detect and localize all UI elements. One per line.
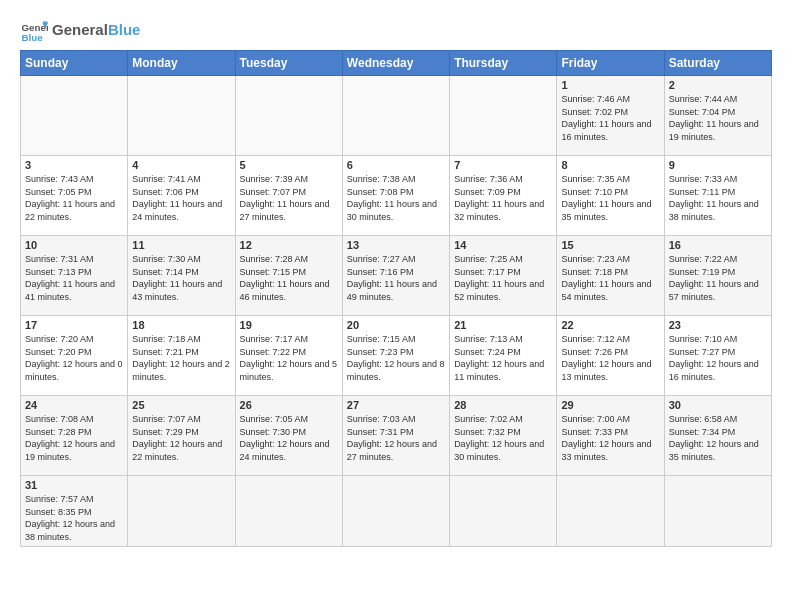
- calendar-cell: [235, 476, 342, 547]
- day-info: Sunrise: 7:31 AM Sunset: 7:13 PM Dayligh…: [25, 253, 123, 303]
- calendar-cell: 16Sunrise: 7:22 AM Sunset: 7:19 PM Dayli…: [664, 236, 771, 316]
- day-info: Sunrise: 7:28 AM Sunset: 7:15 PM Dayligh…: [240, 253, 338, 303]
- calendar-cell: [450, 76, 557, 156]
- day-number: 29: [561, 399, 659, 411]
- calendar-cell: 27Sunrise: 7:03 AM Sunset: 7:31 PM Dayli…: [342, 396, 449, 476]
- day-info: Sunrise: 7:44 AM Sunset: 7:04 PM Dayligh…: [669, 93, 767, 143]
- day-info: Sunrise: 7:25 AM Sunset: 7:17 PM Dayligh…: [454, 253, 552, 303]
- day-info: Sunrise: 7:39 AM Sunset: 7:07 PM Dayligh…: [240, 173, 338, 223]
- svg-text:Blue: Blue: [21, 32, 43, 43]
- day-number: 13: [347, 239, 445, 251]
- day-info: Sunrise: 7:15 AM Sunset: 7:23 PM Dayligh…: [347, 333, 445, 383]
- day-info: Sunrise: 7:17 AM Sunset: 7:22 PM Dayligh…: [240, 333, 338, 383]
- calendar-cell: 4Sunrise: 7:41 AM Sunset: 7:06 PM Daylig…: [128, 156, 235, 236]
- calendar-cell: 8Sunrise: 7:35 AM Sunset: 7:10 PM Daylig…: [557, 156, 664, 236]
- day-number: 3: [25, 159, 123, 171]
- day-number: 4: [132, 159, 230, 171]
- day-info: Sunrise: 7:33 AM Sunset: 7:11 PM Dayligh…: [669, 173, 767, 223]
- calendar-cell: [128, 476, 235, 547]
- day-number: 26: [240, 399, 338, 411]
- week-row-3: 10Sunrise: 7:31 AM Sunset: 7:13 PM Dayli…: [21, 236, 772, 316]
- day-info: Sunrise: 6:58 AM Sunset: 7:34 PM Dayligh…: [669, 413, 767, 463]
- calendar-cell: 14Sunrise: 7:25 AM Sunset: 7:17 PM Dayli…: [450, 236, 557, 316]
- calendar-cell: [450, 476, 557, 547]
- day-number: 1: [561, 79, 659, 91]
- day-number: 23: [669, 319, 767, 331]
- day-number: 27: [347, 399, 445, 411]
- calendar-cell: 11Sunrise: 7:30 AM Sunset: 7:14 PM Dayli…: [128, 236, 235, 316]
- logo: General Blue GeneralBlue: [20, 16, 140, 44]
- day-number: 16: [669, 239, 767, 251]
- day-number: 6: [347, 159, 445, 171]
- calendar-cell: 15Sunrise: 7:23 AM Sunset: 7:18 PM Dayli…: [557, 236, 664, 316]
- day-number: 18: [132, 319, 230, 331]
- header-row: SundayMondayTuesdayWednesdayThursdayFrid…: [21, 51, 772, 76]
- day-info: Sunrise: 7:12 AM Sunset: 7:26 PM Dayligh…: [561, 333, 659, 383]
- day-info: Sunrise: 7:22 AM Sunset: 7:19 PM Dayligh…: [669, 253, 767, 303]
- calendar-cell: [235, 76, 342, 156]
- calendar-cell: [21, 76, 128, 156]
- day-number: 10: [25, 239, 123, 251]
- day-info: Sunrise: 7:38 AM Sunset: 7:08 PM Dayligh…: [347, 173, 445, 223]
- calendar-cell: 5Sunrise: 7:39 AM Sunset: 7:07 PM Daylig…: [235, 156, 342, 236]
- day-number: 19: [240, 319, 338, 331]
- day-info: Sunrise: 7:18 AM Sunset: 7:21 PM Dayligh…: [132, 333, 230, 383]
- calendar-cell: 19Sunrise: 7:17 AM Sunset: 7:22 PM Dayli…: [235, 316, 342, 396]
- header-cell-wednesday: Wednesday: [342, 51, 449, 76]
- day-info: Sunrise: 7:02 AM Sunset: 7:32 PM Dayligh…: [454, 413, 552, 463]
- day-number: 30: [669, 399, 767, 411]
- week-row-1: 1Sunrise: 7:46 AM Sunset: 7:02 PM Daylig…: [21, 76, 772, 156]
- page-container: General Blue GeneralBlue SundayMondayTue…: [20, 16, 772, 547]
- day-info: Sunrise: 7:03 AM Sunset: 7:31 PM Dayligh…: [347, 413, 445, 463]
- calendar-cell: 2Sunrise: 7:44 AM Sunset: 7:04 PM Daylig…: [664, 76, 771, 156]
- day-number: 9: [669, 159, 767, 171]
- day-info: Sunrise: 7:08 AM Sunset: 7:28 PM Dayligh…: [25, 413, 123, 463]
- day-info: Sunrise: 7:27 AM Sunset: 7:16 PM Dayligh…: [347, 253, 445, 303]
- day-number: 11: [132, 239, 230, 251]
- calendar-cell: 30Sunrise: 6:58 AM Sunset: 7:34 PM Dayli…: [664, 396, 771, 476]
- logo-text: GeneralBlue: [52, 21, 140, 39]
- day-info: Sunrise: 7:30 AM Sunset: 7:14 PM Dayligh…: [132, 253, 230, 303]
- calendar-cell: 22Sunrise: 7:12 AM Sunset: 7:26 PM Dayli…: [557, 316, 664, 396]
- calendar-cell: 21Sunrise: 7:13 AM Sunset: 7:24 PM Dayli…: [450, 316, 557, 396]
- calendar-table: SundayMondayTuesdayWednesdayThursdayFrid…: [20, 50, 772, 547]
- calendar-cell: 29Sunrise: 7:00 AM Sunset: 7:33 PM Dayli…: [557, 396, 664, 476]
- calendar-cell: [342, 76, 449, 156]
- day-number: 2: [669, 79, 767, 91]
- day-number: 5: [240, 159, 338, 171]
- week-row-6: 31Sunrise: 7:57 AM Sunset: 8:35 PM Dayli…: [21, 476, 772, 547]
- day-info: Sunrise: 7:36 AM Sunset: 7:09 PM Dayligh…: [454, 173, 552, 223]
- header-cell-sunday: Sunday: [21, 51, 128, 76]
- day-info: Sunrise: 7:43 AM Sunset: 7:05 PM Dayligh…: [25, 173, 123, 223]
- logo-icon: General Blue: [20, 16, 48, 44]
- calendar-cell: 9Sunrise: 7:33 AM Sunset: 7:11 PM Daylig…: [664, 156, 771, 236]
- day-info: Sunrise: 7:10 AM Sunset: 7:27 PM Dayligh…: [669, 333, 767, 383]
- calendar-cell: 28Sunrise: 7:02 AM Sunset: 7:32 PM Dayli…: [450, 396, 557, 476]
- calendar-cell: 12Sunrise: 7:28 AM Sunset: 7:15 PM Dayli…: [235, 236, 342, 316]
- calendar-body: 1Sunrise: 7:46 AM Sunset: 7:02 PM Daylig…: [21, 76, 772, 547]
- day-number: 28: [454, 399, 552, 411]
- calendar-cell: 24Sunrise: 7:08 AM Sunset: 7:28 PM Dayli…: [21, 396, 128, 476]
- day-number: 21: [454, 319, 552, 331]
- calendar-cell: [557, 476, 664, 547]
- header-cell-monday: Monday: [128, 51, 235, 76]
- calendar-cell: 3Sunrise: 7:43 AM Sunset: 7:05 PM Daylig…: [21, 156, 128, 236]
- day-info: Sunrise: 7:05 AM Sunset: 7:30 PM Dayligh…: [240, 413, 338, 463]
- week-row-2: 3Sunrise: 7:43 AM Sunset: 7:05 PM Daylig…: [21, 156, 772, 236]
- calendar-cell: 31Sunrise: 7:57 AM Sunset: 8:35 PM Dayli…: [21, 476, 128, 547]
- day-info: Sunrise: 7:57 AM Sunset: 8:35 PM Dayligh…: [25, 493, 123, 543]
- day-number: 20: [347, 319, 445, 331]
- calendar-cell: 1Sunrise: 7:46 AM Sunset: 7:02 PM Daylig…: [557, 76, 664, 156]
- calendar-header: SundayMondayTuesdayWednesdayThursdayFrid…: [21, 51, 772, 76]
- day-number: 31: [25, 479, 123, 491]
- calendar-cell: 6Sunrise: 7:38 AM Sunset: 7:08 PM Daylig…: [342, 156, 449, 236]
- day-info: Sunrise: 7:00 AM Sunset: 7:33 PM Dayligh…: [561, 413, 659, 463]
- calendar-cell: 10Sunrise: 7:31 AM Sunset: 7:13 PM Dayli…: [21, 236, 128, 316]
- calendar-cell: 23Sunrise: 7:10 AM Sunset: 7:27 PM Dayli…: [664, 316, 771, 396]
- day-number: 8: [561, 159, 659, 171]
- day-number: 17: [25, 319, 123, 331]
- header: General Blue GeneralBlue: [20, 16, 772, 44]
- day-number: 24: [25, 399, 123, 411]
- header-cell-saturday: Saturday: [664, 51, 771, 76]
- week-row-5: 24Sunrise: 7:08 AM Sunset: 7:28 PM Dayli…: [21, 396, 772, 476]
